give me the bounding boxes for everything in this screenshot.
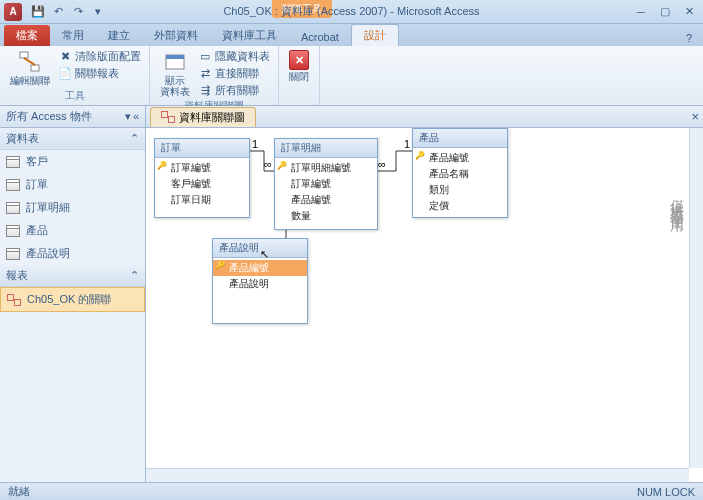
field-order-id[interactable]: 訂單編號 (155, 160, 249, 176)
save-icon[interactable]: 💾 (30, 4, 46, 20)
tab-acrobat[interactable]: Acrobat (289, 28, 351, 46)
ribbon-group-relationships: 顯示 資料表 ▭ 隱藏資料表 ⇄ 直接關聯 ⇶ 所有關聯 資料庫關聯圖 (150, 46, 279, 105)
clear-layout-button[interactable]: ✖ 清除版面配置 (58, 48, 141, 65)
nav-dropdown-icon[interactable]: ▾ (125, 110, 131, 123)
nav-header[interactable]: 所有 Access 物件 ▾ « (0, 106, 145, 128)
edit-relationship-label: 編輯關聯 (10, 75, 50, 86)
ribbon-tabs: 檔案 常用 建立 外部資料 資料庫工具 Acrobat 設計 ? (0, 24, 703, 46)
vertical-scrollbar[interactable] (689, 128, 703, 468)
svg-text:∞: ∞ (264, 158, 272, 170)
table-box-order[interactable]: 訂單 訂單編號 客戶編號 訂單日期 (154, 138, 250, 218)
field-product-name[interactable]: 產品名稱 (413, 166, 507, 182)
quick-access-toolbar: 💾 ↶ ↷ ▾ (30, 4, 106, 20)
status-ready: 就緒 (8, 484, 30, 499)
ribbon-group-tools: 編輯關聯 ✖ 清除版面配置 📄 關聯報表 工具 (0, 46, 150, 105)
hide-table-button[interactable]: ▭ 隱藏資料表 (198, 48, 270, 65)
tab-create[interactable]: 建立 (96, 25, 142, 46)
document-tab-relationships[interactable]: 資料庫關聯圖 (150, 107, 256, 127)
nav-table-customers[interactable]: 客戶 (0, 150, 145, 173)
show-table-icon (163, 50, 187, 74)
window-controls: ─ ▢ ✕ (633, 4, 697, 20)
cursor-icon: ↖ (260, 248, 269, 261)
workspace: 所有 Access 物件 ▾ « 資料表 ⌃ 客戶 訂單 訂單明細 產品 產品說… (0, 106, 703, 482)
document-close-button[interactable]: × (691, 109, 699, 124)
undo-icon[interactable]: ↶ (50, 4, 66, 20)
help-icon[interactable]: ? (681, 30, 697, 46)
svg-text:1: 1 (252, 138, 258, 150)
field-product-category[interactable]: 類別 (413, 182, 507, 198)
nav-table-orderdetails[interactable]: 訂單明細 (0, 196, 145, 219)
field-detail-id[interactable]: 訂單明細編號 (275, 160, 377, 176)
tab-home[interactable]: 常用 (50, 25, 96, 46)
nav-item-label: 客戶 (26, 154, 48, 169)
field-order-date[interactable]: 訂單日期 (155, 192, 249, 208)
field-product-price[interactable]: 定價 (413, 198, 507, 214)
show-table-label: 顯示 資料表 (160, 75, 190, 97)
document-tabs: 資料庫關聯圖 × (146, 106, 703, 128)
horizontal-scrollbar[interactable] (146, 468, 689, 482)
table-box-header: 產品 (413, 129, 507, 148)
nav-item-label: 產品 (26, 223, 48, 238)
edit-relationship-icon (18, 50, 42, 74)
field-detail-orderid[interactable]: 訂單編號 (275, 176, 377, 192)
status-bar: 就緒 NUM LOCK (0, 482, 703, 500)
ribbon: 編輯關聯 ✖ 清除版面配置 📄 關聯報表 工具 顯示 資料表 (0, 46, 703, 106)
qat-dropdown-icon[interactable]: ▾ (90, 4, 106, 20)
table-box-orderdetail[interactable]: 訂單明細 訂單明細編號 訂單編號 產品編號 數量 (274, 138, 378, 230)
field-customer-id[interactable]: 客戶編號 (155, 176, 249, 192)
nav-item-label: Ch05_OK 的關聯 (27, 292, 111, 307)
clear-layout-label: 清除版面配置 (75, 49, 141, 64)
table-box-product[interactable]: 產品 產品編號 產品名稱 類別 定價 (412, 128, 508, 218)
table-icon (6, 179, 20, 191)
nav-table-orders[interactable]: 訂單 (0, 173, 145, 196)
tab-file[interactable]: 檔案 (4, 25, 50, 46)
relationship-report-label: 關聯報表 (75, 66, 119, 81)
relationship-icon (161, 111, 175, 123)
maximize-button[interactable]: ▢ (657, 4, 673, 20)
nav-table-products[interactable]: 產品 (0, 219, 145, 242)
table-icon (6, 156, 20, 168)
nav-item-label: 訂單 (26, 177, 48, 192)
redo-icon[interactable]: ↷ (70, 4, 86, 20)
tab-design[interactable]: 設計 (351, 24, 399, 46)
title-bar: A 💾 ↶ ↷ ▾ 關聯工具 Ch05_OK : 資料庫 (Access 200… (0, 0, 703, 24)
hide-table-icon: ▭ (198, 50, 212, 64)
minimize-button[interactable]: ─ (633, 4, 649, 20)
svg-text:∞: ∞ (378, 158, 386, 170)
all-relationships-label: 所有關聯 (215, 83, 259, 98)
tab-dbtools[interactable]: 資料庫工具 (210, 25, 289, 46)
direct-relationships-button[interactable]: ⇄ 直接關聯 (198, 65, 270, 82)
nav-section-reports-label: 報表 (6, 268, 28, 283)
field-desc-productid[interactable]: 產品編號 (213, 260, 307, 276)
watermark-text: 僅供教學使用 (667, 188, 685, 212)
hide-table-label: 隱藏資料表 (215, 49, 270, 64)
ribbon-group-close: ✕ 關閉 (279, 46, 320, 105)
relationship-report-button[interactable]: 📄 關聯報表 (58, 65, 141, 82)
nav-section-tables[interactable]: 資料表 ⌃ (0, 128, 145, 150)
all-relationships-button[interactable]: ⇶ 所有關聯 (198, 82, 270, 99)
nav-section-reports[interactable]: 報表 ⌃ (0, 265, 145, 287)
close-button[interactable]: ✕ (681, 4, 697, 20)
nav-collapse-icon[interactable]: « (133, 110, 139, 123)
field-detail-qty[interactable]: 數量 (275, 208, 377, 224)
show-table-button[interactable]: 顯示 資料表 (158, 48, 192, 99)
direct-relationships-label: 直接關聯 (215, 66, 259, 81)
relationship-canvas[interactable]: 1 ∞ ∞ 1 訂單 訂單編號 客戶編號 訂單日期 訂單明細 訂 (146, 128, 703, 482)
field-product-id[interactable]: 產品編號 (413, 150, 507, 166)
direct-relationships-icon: ⇄ (198, 67, 212, 81)
svg-text:1: 1 (404, 138, 410, 150)
clear-layout-icon: ✖ (58, 50, 72, 64)
close-relationship-button[interactable]: ✕ 關閉 (287, 48, 311, 84)
table-box-header: 訂單明細 (275, 139, 377, 158)
nav-table-productdesc[interactable]: 產品說明 (0, 242, 145, 265)
document-tab-label: 資料庫關聯圖 (179, 110, 245, 125)
nav-report-relationships[interactable]: Ch05_OK 的關聯 (0, 287, 145, 312)
tab-external[interactable]: 外部資料 (142, 25, 210, 46)
navigation-pane: 所有 Access 物件 ▾ « 資料表 ⌃ 客戶 訂單 訂單明細 產品 產品說… (0, 106, 146, 482)
table-box-header: 訂單 (155, 139, 249, 158)
close-label: 關閉 (289, 71, 309, 82)
field-desc-text[interactable]: 產品說明 (213, 276, 307, 292)
edit-relationship-button[interactable]: 編輯關聯 (8, 48, 52, 88)
field-detail-productid[interactable]: 產品編號 (275, 192, 377, 208)
all-relationships-icon: ⇶ (198, 84, 212, 98)
